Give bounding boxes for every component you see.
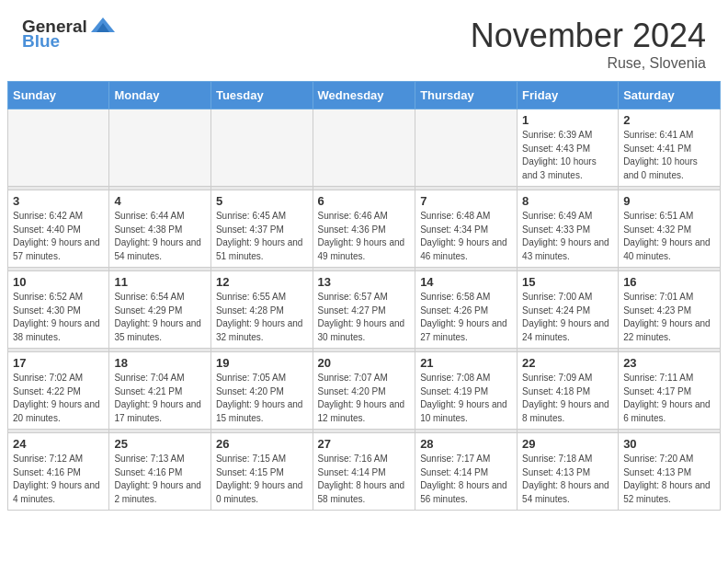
calendar-cell: 2Sunrise: 6:41 AM Sunset: 4:41 PM Daylig… xyxy=(619,109,721,187)
calendar-cell: 17Sunrise: 7:02 AM Sunset: 4:22 PM Dayli… xyxy=(8,352,109,430)
cell-info: Sunrise: 7:04 AM Sunset: 4:21 PM Dayligh… xyxy=(114,372,206,425)
calendar-cell: 25Sunrise: 7:13 AM Sunset: 4:16 PM Dayli… xyxy=(109,433,211,511)
day-number: 1 xyxy=(522,113,613,127)
cell-info: Sunrise: 6:46 AM Sunset: 4:36 PM Dayligh… xyxy=(318,210,411,263)
day-number: 19 xyxy=(216,356,308,370)
calendar-cell: 24Sunrise: 7:12 AM Sunset: 4:16 PM Dayli… xyxy=(8,433,109,511)
day-number: 8 xyxy=(522,194,613,208)
cell-info: Sunrise: 7:07 AM Sunset: 4:20 PM Dayligh… xyxy=(318,372,411,425)
cell-info: Sunrise: 6:52 AM Sunset: 4:30 PM Dayligh… xyxy=(13,291,104,344)
header-friday: Friday xyxy=(518,82,619,109)
cell-info: Sunrise: 6:54 AM Sunset: 4:29 PM Dayligh… xyxy=(114,291,206,344)
calendar-body: 1Sunrise: 6:39 AM Sunset: 4:43 PM Daylig… xyxy=(8,109,721,511)
calendar-cell: 6Sunrise: 6:46 AM Sunset: 4:36 PM Daylig… xyxy=(313,190,415,268)
calendar-cell: 22Sunrise: 7:09 AM Sunset: 4:18 PM Dayli… xyxy=(518,352,619,430)
day-number: 7 xyxy=(420,194,512,208)
calendar-cell: 16Sunrise: 7:01 AM Sunset: 4:23 PM Dayli… xyxy=(619,271,721,349)
day-number: 16 xyxy=(623,275,715,289)
logo: General Blue xyxy=(22,17,117,52)
day-number: 27 xyxy=(318,437,411,451)
day-number: 26 xyxy=(216,437,308,451)
day-number: 15 xyxy=(522,275,613,289)
calendar-cell: 20Sunrise: 7:07 AM Sunset: 4:20 PM Dayli… xyxy=(313,352,415,430)
cell-info: Sunrise: 6:42 AM Sunset: 4:40 PM Dayligh… xyxy=(13,210,104,263)
calendar-header: Sunday Monday Tuesday Wednesday Thursday… xyxy=(8,82,721,109)
day-number: 21 xyxy=(420,356,512,370)
cell-info: Sunrise: 6:58 AM Sunset: 4:26 PM Dayligh… xyxy=(420,291,512,344)
cell-info: Sunrise: 6:49 AM Sunset: 4:33 PM Dayligh… xyxy=(522,210,613,263)
day-number: 10 xyxy=(13,275,104,289)
day-number: 22 xyxy=(522,356,613,370)
day-number: 11 xyxy=(114,275,206,289)
calendar-cell: 4Sunrise: 6:44 AM Sunset: 4:38 PM Daylig… xyxy=(109,190,211,268)
day-number: 29 xyxy=(522,437,613,451)
calendar-cell xyxy=(210,109,313,187)
header: General Blue November 2024 Ruse, Sloveni… xyxy=(0,0,728,81)
cell-info: Sunrise: 6:48 AM Sunset: 4:34 PM Dayligh… xyxy=(420,210,512,263)
header-saturday: Saturday xyxy=(619,82,721,109)
calendar-cell xyxy=(313,109,415,187)
cell-info: Sunrise: 7:11 AM Sunset: 4:17 PM Dayligh… xyxy=(623,372,715,425)
cell-info: Sunrise: 6:51 AM Sunset: 4:32 PM Dayligh… xyxy=(623,210,715,263)
day-number: 13 xyxy=(318,275,411,289)
calendar-cell: 7Sunrise: 6:48 AM Sunset: 4:34 PM Daylig… xyxy=(415,190,518,268)
logo-icon xyxy=(89,14,117,36)
day-number: 25 xyxy=(114,437,206,451)
cell-info: Sunrise: 7:05 AM Sunset: 4:20 PM Dayligh… xyxy=(216,372,308,425)
cell-info: Sunrise: 7:12 AM Sunset: 4:16 PM Dayligh… xyxy=(13,453,104,506)
calendar-cell: 5Sunrise: 6:45 AM Sunset: 4:37 PM Daylig… xyxy=(210,190,313,268)
month-title: November 2024 xyxy=(471,17,706,55)
day-number: 28 xyxy=(420,437,512,451)
cell-info: Sunrise: 7:01 AM Sunset: 4:23 PM Dayligh… xyxy=(623,291,715,344)
cell-info: Sunrise: 6:41 AM Sunset: 4:41 PM Dayligh… xyxy=(623,129,715,182)
cell-info: Sunrise: 7:08 AM Sunset: 4:19 PM Dayligh… xyxy=(420,372,512,425)
cell-info: Sunrise: 6:39 AM Sunset: 4:43 PM Dayligh… xyxy=(522,129,613,182)
cell-info: Sunrise: 7:13 AM Sunset: 4:16 PM Dayligh… xyxy=(114,453,206,506)
day-number: 9 xyxy=(623,194,715,208)
header-thursday: Thursday xyxy=(415,82,518,109)
day-number: 20 xyxy=(318,356,411,370)
location: Ruse, Slovenia xyxy=(471,55,706,72)
cell-info: Sunrise: 7:02 AM Sunset: 4:22 PM Dayligh… xyxy=(13,372,104,425)
calendar-cell: 9Sunrise: 6:51 AM Sunset: 4:32 PM Daylig… xyxy=(619,190,721,268)
calendar-cell: 27Sunrise: 7:16 AM Sunset: 4:14 PM Dayli… xyxy=(313,433,415,511)
cell-info: Sunrise: 7:16 AM Sunset: 4:14 PM Dayligh… xyxy=(318,453,411,506)
logo-blue-text: Blue xyxy=(22,31,60,52)
day-number: 12 xyxy=(216,275,308,289)
calendar-cell: 13Sunrise: 6:57 AM Sunset: 4:27 PM Dayli… xyxy=(313,271,415,349)
header-tuesday: Tuesday xyxy=(210,82,313,109)
cell-info: Sunrise: 7:15 AM Sunset: 4:15 PM Dayligh… xyxy=(216,453,308,506)
day-number: 30 xyxy=(623,437,715,451)
cell-info: Sunrise: 6:55 AM Sunset: 4:28 PM Dayligh… xyxy=(216,291,308,344)
cell-info: Sunrise: 6:57 AM Sunset: 4:27 PM Dayligh… xyxy=(318,291,411,344)
page-container: General Blue November 2024 Ruse, Sloveni… xyxy=(0,0,728,520)
calendar-cell: 29Sunrise: 7:18 AM Sunset: 4:13 PM Dayli… xyxy=(518,433,619,511)
day-number: 17 xyxy=(13,356,104,370)
day-number: 18 xyxy=(114,356,206,370)
calendar-cell: 10Sunrise: 6:52 AM Sunset: 4:30 PM Dayli… xyxy=(8,271,109,349)
header-monday: Monday xyxy=(109,82,211,109)
cell-info: Sunrise: 7:00 AM Sunset: 4:24 PM Dayligh… xyxy=(522,291,613,344)
calendar-cell: 15Sunrise: 7:00 AM Sunset: 4:24 PM Dayli… xyxy=(518,271,619,349)
calendar-cell xyxy=(8,109,109,187)
day-number: 14 xyxy=(420,275,512,289)
cell-info: Sunrise: 6:44 AM Sunset: 4:38 PM Dayligh… xyxy=(114,210,206,263)
day-number: 5 xyxy=(216,194,308,208)
calendar-cell: 8Sunrise: 6:49 AM Sunset: 4:33 PM Daylig… xyxy=(518,190,619,268)
calendar-cell: 19Sunrise: 7:05 AM Sunset: 4:20 PM Dayli… xyxy=(210,352,313,430)
cell-info: Sunrise: 7:09 AM Sunset: 4:18 PM Dayligh… xyxy=(522,372,613,425)
day-number: 4 xyxy=(114,194,206,208)
calendar-table: Sunday Monday Tuesday Wednesday Thursday… xyxy=(7,81,721,511)
header-sunday: Sunday xyxy=(8,82,109,109)
calendar-cell: 3Sunrise: 6:42 AM Sunset: 4:40 PM Daylig… xyxy=(8,190,109,268)
calendar-cell: 23Sunrise: 7:11 AM Sunset: 4:17 PM Dayli… xyxy=(619,352,721,430)
calendar-cell xyxy=(109,109,211,187)
calendar-cell: 18Sunrise: 7:04 AM Sunset: 4:21 PM Dayli… xyxy=(109,352,211,430)
calendar-cell: 14Sunrise: 6:58 AM Sunset: 4:26 PM Dayli… xyxy=(415,271,518,349)
cell-info: Sunrise: 7:18 AM Sunset: 4:13 PM Dayligh… xyxy=(522,453,613,506)
day-number: 3 xyxy=(13,194,104,208)
calendar-cell: 11Sunrise: 6:54 AM Sunset: 4:29 PM Dayli… xyxy=(109,271,211,349)
day-number: 6 xyxy=(318,194,411,208)
cell-info: Sunrise: 7:20 AM Sunset: 4:13 PM Dayligh… xyxy=(623,453,715,506)
day-number: 23 xyxy=(623,356,715,370)
